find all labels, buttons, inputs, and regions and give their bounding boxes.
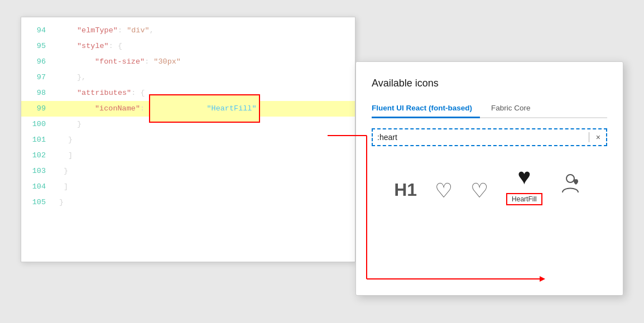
line-number-96: 96 — [26, 57, 46, 66]
icon-item-heart2[interactable]: ♡ — [470, 181, 488, 205]
search-clear-button[interactable]: × — [595, 133, 602, 142]
code-lines: 94 "elmType": "div", 95 "style": { 96 "f… — [21, 17, 355, 216]
icon-item-heart-fill[interactable]: ♥ HeartFill — [506, 165, 542, 205]
line-number-104: 104 — [26, 182, 46, 191]
code-line-102: 102 ] — [21, 148, 355, 163]
heart-outline-icon-1: ♡ — [435, 181, 453, 201]
code-line-94: 94 "elmType": "div", — [21, 23, 355, 38]
line-number-95: 95 — [26, 42, 46, 50]
line-number-102: 102 — [26, 151, 46, 160]
line-number-97: 97 — [26, 73, 46, 81]
tab-fluent-ui-react[interactable]: Fluent UI React (font-based) — [372, 100, 480, 118]
code-editor-panel: 94 "elmType": "div", 95 "style": { 96 "f… — [21, 17, 355, 262]
code-line-97: 97 }, — [21, 70, 355, 85]
icon-item-heart1[interactable]: ♡ — [435, 181, 453, 205]
heart-outline-icon-2: ♡ — [470, 181, 488, 201]
line-number-103: 103 — [26, 167, 46, 175]
search-input[interactable] — [377, 133, 583, 142]
icon-label-heartfill: HeartFill — [506, 193, 542, 205]
code-line-104: 104 ] — [21, 179, 355, 195]
line-number-94: 94 — [26, 26, 46, 35]
code-line-96: 96 "font-size": "30px" — [21, 54, 355, 70]
line-number-100: 100 — [26, 120, 46, 128]
available-icons-panel: Available icons Fluent UI React (font-ba… — [355, 61, 623, 296]
line-number-98: 98 — [26, 89, 46, 97]
icon-item-person-heart[interactable] — [560, 171, 585, 205]
svg-point-0 — [566, 175, 574, 182]
icon-name-highlight-box: "HeartFill" — [149, 94, 259, 123]
code-line-101: 101 } — [21, 132, 355, 148]
panel-title: Available icons — [372, 78, 607, 89]
h1-icon: H1 — [394, 181, 417, 201]
line-number-105: 105 — [26, 198, 46, 206]
code-line-95: 95 "style": { — [21, 38, 355, 54]
icons-grid: H1 ♡ ♡ ♥ HeartFill — [372, 160, 607, 211]
code-line-105: 105 } — [21, 195, 355, 210]
search-separator — [589, 132, 589, 142]
person-heart-icon — [560, 171, 585, 201]
tab-fabric-core[interactable]: Fabric Core — [491, 100, 539, 118]
icon-item-h1[interactable]: H1 — [394, 181, 417, 205]
line-number-101: 101 — [26, 136, 46, 144]
search-row[interactable]: × — [372, 128, 607, 146]
line-number-99: 99 — [26, 104, 46, 113]
code-line-103: 103 } — [21, 163, 355, 179]
code-line-99: 99 "iconName": "HeartFill" — [21, 101, 355, 117]
scene: 94 "elmType": "div", 95 "style": { 96 "f… — [15, 11, 629, 312]
heart-fill-icon: ♥ — [518, 165, 531, 187]
tabs-row: Fluent UI React (font-based) Fabric Core — [372, 100, 607, 118]
